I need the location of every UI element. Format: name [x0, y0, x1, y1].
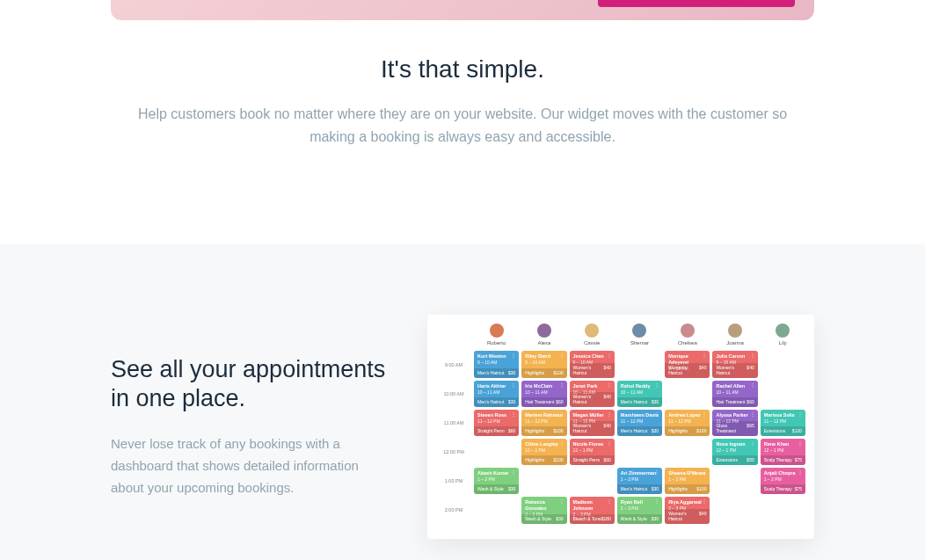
appointment-footer: Highlights$100	[665, 426, 710, 436]
avatar	[537, 324, 551, 338]
appointment-card[interactable]: ⋮Andrea Lopez11 – 12 PMHighlights$100	[665, 410, 710, 436]
kebab-icon[interactable]: ⋮	[607, 498, 612, 505]
kebab-icon[interactable]: ⋮	[511, 382, 516, 389]
kebab-icon[interactable]: ⋮	[654, 469, 659, 476]
appointment-card[interactable]: ⋮Rahul Reddy10 – 11 AMMen's Haircut$30	[617, 381, 662, 407]
appointment-client-name: Akash Kumar	[477, 470, 515, 476]
kebab-icon[interactable]: ⋮	[559, 353, 564, 360]
appointment-card[interactable]: ⋮Rachel Allen10 – 11 AMHair Treatment$60	[712, 381, 757, 407]
appointment-price: $75	[795, 486, 802, 492]
appointment-service: Women's Haircut	[573, 423, 604, 434]
empty-slot	[712, 497, 757, 524]
appointment-footer: Extensions$50	[712, 455, 757, 465]
kebab-icon[interactable]: ⋮	[750, 382, 755, 389]
appointment-card[interactable]: ⋮Nicole Flores12 – 1 PMStraight Perm$60	[570, 439, 615, 465]
kebab-icon[interactable]: ⋮	[511, 353, 516, 360]
appointment-price: $180	[601, 516, 611, 522]
kebab-icon[interactable]: ⋮	[654, 382, 659, 389]
appointment-footer: Men's Haircut$30	[617, 426, 662, 436]
appointment-time: 11 – 12 PM	[764, 418, 802, 425]
kebab-icon[interactable]: ⋮	[798, 411, 803, 418]
appointment-footer: Women's Haircut$40	[665, 509, 710, 524]
calendar-time-row: 9:00 AM⋮Kurt Weston9 – 10 AMMen's Haircu…	[436, 351, 805, 378]
appointment-service: Women's Haircut	[668, 365, 699, 376]
staff-name-label: Roberto	[474, 340, 519, 345]
kebab-icon[interactable]: ⋮	[559, 411, 564, 418]
appointment-card[interactable]: ⋮Madison Johnson2 – 3 PMBleach & Tone$18…	[570, 497, 615, 524]
kebab-icon[interactable]: ⋮	[607, 353, 612, 360]
appointment-card[interactable]: ⋮Alyssa Parker11 – 12 PMGloss Treatment$…	[712, 410, 757, 436]
calendar-time-row: 12:00 PM⋮Chloe Langley12 – 1 PMHighlight…	[436, 439, 805, 465]
kebab-icon[interactable]: ⋮	[702, 411, 707, 418]
kebab-icon[interactable]: ⋮	[750, 440, 755, 447]
appointment-card[interactable]: ⋮Haris Akhtar10 – 11 AMMen's Haircut$30	[474, 381, 519, 407]
kebab-icon[interactable]: ⋮	[798, 469, 803, 476]
appointment-card[interactable]: ⋮Kurt Weston9 – 10 AMMen's Haircut$30	[474, 351, 519, 378]
appointment-card[interactable]: ⋮Janet Park10 – 11 AMWomen's Haircut$40	[570, 381, 615, 407]
avatar	[632, 324, 646, 338]
appointment-card[interactable]: ⋮Megan Müller11 – 12 PMWomen's Haircut$4…	[570, 410, 615, 436]
appointment-footer: Women's Haircut$40	[665, 363, 710, 378]
appointment-footer: Highlights$100	[665, 484, 710, 494]
appointment-price: $60	[556, 399, 563, 405]
kebab-icon[interactable]: ⋮	[654, 411, 659, 418]
kebab-icon[interactable]: ⋮	[559, 498, 564, 505]
appointment-client-name: Riya Aggarwal	[668, 499, 706, 505]
kebab-icon[interactable]: ⋮	[702, 498, 707, 505]
appointment-card[interactable]: ⋮Marissa Solis11 – 12 PMExtensions$120	[761, 410, 805, 436]
appointment-service: Bleach & Tone	[573, 516, 601, 522]
calendar-time-row: 1:00 PM⋮Akash Kumar1 – 2 PMWash & Style$…	[436, 468, 805, 494]
appointment-service: Men's Haircut	[621, 399, 647, 405]
appointment-client-name: Ari Zimmerman	[621, 470, 659, 476]
appointment-client-name: Iris McClain	[525, 383, 563, 389]
appointment-footer: Wash & Style$30	[521, 514, 566, 524]
appointment-card[interactable]: ⋮Anjali Chopra1 – 2 PMScalp Therapy$75	[761, 468, 805, 494]
appointment-service: Gloss Treatment	[716, 423, 747, 434]
kebab-icon[interactable]: ⋮	[607, 440, 612, 447]
appointment-card[interactable]: ⋮Meriem Rahman11 – 12 PMHighlights$100	[521, 410, 566, 436]
time-label: 10:00 AM	[436, 381, 471, 407]
appointment-price: $30	[508, 370, 515, 376]
appointment-card[interactable]: ⋮Rene Khan12 – 1 PMScalp Therapy$75	[761, 439, 805, 465]
hero-image-fragment	[111, 0, 814, 20]
kebab-icon[interactable]: ⋮	[607, 411, 612, 418]
appointment-card[interactable]: ⋮Ari Zimmerman1 – 2 PMMen's Haircut$30	[617, 468, 662, 494]
kebab-icon[interactable]: ⋮	[607, 382, 612, 389]
appointment-card[interactable]: ⋮Nova Ingram12 – 1 PMExtensions$50	[712, 439, 757, 465]
appointment-card[interactable]: ⋮Jessica Chen9 – 10 AMWomen's Haircut$40	[570, 351, 615, 378]
appointment-time: 12 – 1 PM	[525, 447, 563, 454]
appointment-card[interactable]: ⋮Riley Baird9 – 10 AMHighlights$100	[521, 351, 566, 378]
time-label: 12:00 PM	[436, 439, 471, 465]
kebab-icon[interactable]: ⋮	[511, 411, 516, 418]
appointment-card[interactable]: ⋮Marshawn Davis11 – 12 PMMen's Haircut$3…	[617, 410, 662, 436]
staff-name-label: Alexa	[521, 340, 566, 345]
appointment-footer: Highlights$100	[521, 426, 566, 436]
kebab-icon[interactable]: ⋮	[511, 469, 516, 476]
appointment-client-name: Alyssa Parker	[716, 412, 754, 418]
kebab-icon[interactable]: ⋮	[559, 440, 564, 447]
kebab-icon[interactable]: ⋮	[798, 440, 803, 447]
appointment-card[interactable]: ⋮Rebecca Gonzalez2 – 3 PMWash & Style$30	[521, 497, 566, 524]
appointment-card[interactable]: ⋮Sheena D'Meara1 – 2 PMHighlights$100	[665, 468, 710, 494]
appointment-price: $65	[747, 423, 754, 434]
appointment-card[interactable]: ⋮Julia Carson9 – 10 AMWomen's Haircut$40	[712, 351, 757, 378]
kebab-icon[interactable]: ⋮	[750, 411, 755, 418]
kebab-icon[interactable]: ⋮	[702, 353, 707, 360]
kebab-icon[interactable]: ⋮	[750, 353, 755, 360]
appointment-card[interactable]: ⋮Monique Adeyemi9 – 10 AMWomen's Haircut…	[665, 351, 710, 378]
appointment-footer: Highlights$100	[521, 368, 566, 378]
kebab-icon[interactable]: ⋮	[702, 469, 707, 476]
appointment-card[interactable]: ⋮Steven Ross11 – 12 PMStraight Perm$60	[474, 410, 519, 436]
appointment-price: $60	[508, 428, 515, 434]
appointment-card[interactable]: ⋮Chloe Langley12 – 1 PMHighlights$100	[521, 439, 566, 465]
staff-header: Chelsea	[665, 324, 710, 345]
appointment-time: 12 – 1 PM	[764, 447, 802, 454]
appointment-card[interactable]: ⋮Akash Kumar1 – 2 PMWash & Style$30	[474, 468, 519, 494]
kebab-icon[interactable]: ⋮	[559, 382, 564, 389]
appointments-section: See all your appointments in one place. …	[0, 244, 925, 560]
kebab-icon[interactable]: ⋮	[654, 498, 659, 505]
staff-header: Shemar	[617, 324, 662, 345]
appointment-card[interactable]: ⋮Iris McClain10 – 11 AMHair Treatment$60	[521, 381, 566, 407]
appointment-card[interactable]: ⋮Riya Aggarwal2 – 3 PMWomen's Haircut$40	[665, 497, 710, 524]
appointment-card[interactable]: ⋮Ryan Bell2 – 3 PMWash & Style$30	[617, 497, 662, 524]
